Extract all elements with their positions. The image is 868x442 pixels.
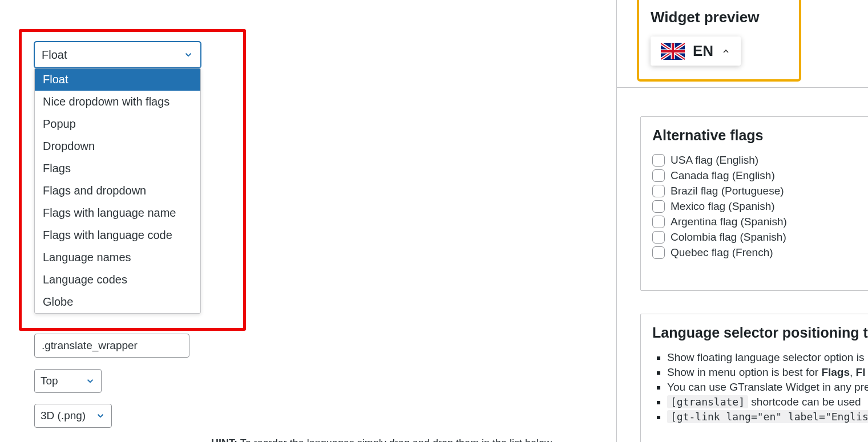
chevron-up-icon bbox=[721, 47, 730, 56]
alt-flag-label: USA flag (English) bbox=[671, 154, 758, 167]
alt-flag-row: Mexico flag (Spanish) bbox=[652, 200, 868, 213]
widget-look-option[interactable]: Nice dropdown with flags bbox=[35, 91, 200, 113]
positioning-tips-panel: Language selector positioning tips Show … bbox=[640, 314, 868, 442]
widget-preview-title: Widget preview bbox=[651, 9, 788, 26]
widget-look-option[interactable]: Flags bbox=[35, 157, 200, 180]
position-select[interactable]: Top bbox=[34, 369, 102, 393]
widget-look-options[interactable]: FloatNice dropdown with flagsPopupDropdo… bbox=[34, 68, 201, 314]
widget-look-option[interactable]: Float bbox=[35, 68, 200, 91]
tip-item: Show in menu option is best for Flags, F… bbox=[667, 366, 868, 379]
checkbox[interactable] bbox=[652, 200, 665, 213]
alt-flag-row: Brazil flag (Portuguese) bbox=[652, 185, 868, 197]
checkbox[interactable] bbox=[652, 231, 665, 244]
widget-look-option[interactable]: Flags and dropdown bbox=[35, 180, 200, 202]
checkbox[interactable] bbox=[652, 169, 665, 182]
chevron-down-icon bbox=[183, 50, 193, 60]
alt-flag-label: Mexico flag (Spanish) bbox=[671, 200, 775, 213]
alt-flag-row: Quebec flag (French) bbox=[652, 246, 868, 259]
chevron-down-icon bbox=[85, 376, 95, 386]
checkbox[interactable] bbox=[652, 246, 665, 259]
widget-look-value: Float bbox=[42, 48, 67, 62]
hint-label: HINT: bbox=[211, 437, 237, 442]
hint-text: HINT: To reorder the languages simply dr… bbox=[211, 437, 552, 442]
widget-look-trigger[interactable]: Float bbox=[34, 42, 201, 68]
flag-style-value: 3D (.png) bbox=[41, 409, 86, 422]
alt-flag-label: Brazil flag (Portuguese) bbox=[671, 185, 784, 197]
widget-preview-lang: EN bbox=[693, 42, 713, 60]
alt-flag-row: Argentina flag (Spanish) bbox=[652, 216, 868, 228]
checkbox[interactable] bbox=[652, 216, 665, 228]
flag-style-select[interactable]: 3D (.png) bbox=[34, 404, 112, 428]
positioning-tips-title: Language selector positioning tips bbox=[652, 325, 868, 341]
alt-flag-row: Canada flag (English) bbox=[652, 169, 868, 182]
widget-look-option[interactable]: Language names bbox=[35, 246, 200, 269]
alt-flag-label: Canada flag (English) bbox=[671, 169, 775, 182]
widget-look-option[interactable]: Flags with language code bbox=[35, 224, 200, 246]
tip-item: Show floating language selector option i… bbox=[667, 351, 868, 364]
widget-look-option[interactable]: Dropdown bbox=[35, 135, 200, 157]
uk-flag-icon bbox=[661, 43, 685, 60]
widget-look-option[interactable]: Language codes bbox=[35, 269, 200, 291]
chevron-down-icon bbox=[95, 411, 106, 421]
widget-look-option[interactable]: Globe bbox=[35, 291, 200, 313]
hint-body: To reorder the languages simply drag and… bbox=[240, 437, 552, 442]
alt-flag-label: Argentina flag (Spanish) bbox=[671, 216, 787, 228]
alt-flag-label: Colombia flag (Spanish) bbox=[671, 231, 786, 244]
separator bbox=[616, 87, 868, 88]
widget-look-select[interactable]: Float FloatNice dropdown with flagsPopup… bbox=[34, 42, 201, 314]
widget-preview[interactable]: EN bbox=[651, 37, 741, 66]
tip-item: [gt-link lang="en" label="Englis bbox=[667, 411, 868, 423]
alt-flag-row: USA flag (English) bbox=[652, 154, 868, 167]
widget-preview-panel: Widget preview EN bbox=[637, 0, 801, 82]
alternative-flags-panel: Alternative flags USA flag (English)Cana… bbox=[640, 116, 868, 291]
alt-flag-row: Colombia flag (Spanish) bbox=[652, 231, 868, 244]
checkbox[interactable] bbox=[652, 185, 665, 197]
checkbox[interactable] bbox=[652, 154, 665, 167]
tip-item: You can use GTranslate Widget in any pre bbox=[667, 381, 868, 394]
widget-look-option[interactable]: Flags with language name bbox=[35, 202, 200, 224]
alt-flag-label: Quebec flag (French) bbox=[671, 246, 773, 259]
wrapper-selector-input[interactable] bbox=[34, 334, 189, 358]
alternative-flags-title: Alternative flags bbox=[652, 127, 868, 144]
position-select-value: Top bbox=[41, 375, 58, 387]
widget-look-option[interactable]: Popup bbox=[35, 113, 200, 135]
svg-rect-4 bbox=[661, 50, 685, 52]
tip-item: [gtranslate] shortcode can be used bbox=[667, 396, 868, 408]
